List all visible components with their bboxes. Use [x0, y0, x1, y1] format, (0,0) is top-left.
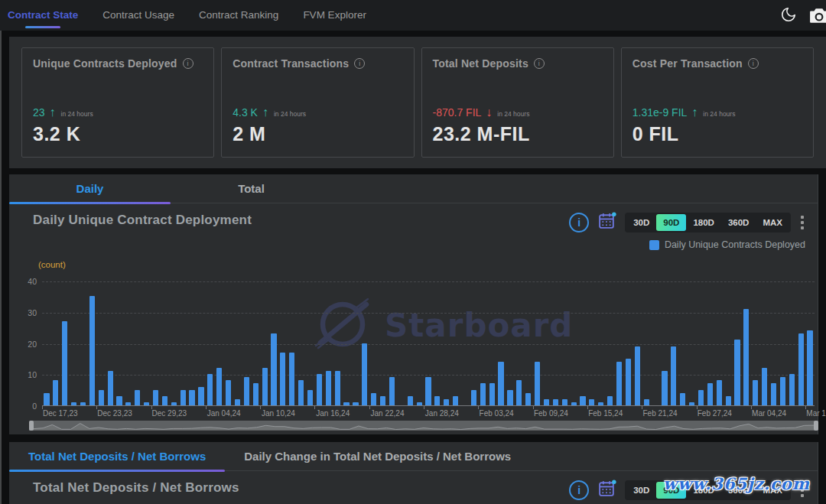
bar[interactable]	[525, 393, 531, 405]
bar[interactable]	[607, 396, 613, 405]
bar[interactable]	[444, 399, 449, 405]
bar[interactable]	[762, 368, 767, 405]
bar[interactable]	[616, 362, 622, 405]
tab-daily-change-net-deposits[interactable]: Daily Change in Total Net Deposits / Net…	[225, 442, 530, 470]
bar[interactable]	[71, 402, 76, 405]
bar[interactable]	[380, 396, 385, 405]
tab-total[interactable]: Total	[171, 174, 332, 203]
legend-item[interactable]: Daily Unique Contracts Deployed	[649, 239, 805, 250]
bar[interactable]	[89, 296, 95, 405]
info-icon[interactable]: i	[748, 58, 759, 69]
bar[interactable]	[807, 330, 812, 405]
bar[interactable]	[226, 380, 231, 405]
bar[interactable]	[789, 374, 795, 405]
bar[interactable]	[343, 402, 349, 405]
bar[interactable]	[689, 402, 694, 405]
bar[interactable]	[307, 390, 313, 405]
bar[interactable]	[135, 390, 140, 405]
bar[interactable]	[298, 380, 304, 405]
bar[interactable]	[362, 343, 367, 406]
bar[interactable]	[235, 399, 240, 405]
range-30d-button[interactable]: 30D	[626, 214, 656, 231]
bar[interactable]	[62, 321, 67, 405]
bar[interactable]	[717, 380, 722, 405]
range-90d-button[interactable]: 90D	[656, 214, 686, 231]
bar[interactable]	[553, 399, 558, 405]
bar[interactable]	[453, 396, 458, 405]
nav-item-fvm-explorer[interactable]: FVM Explorer	[303, 0, 366, 31]
bar[interactable]	[417, 402, 422, 405]
kebab-menu-icon[interactable]	[799, 214, 805, 231]
nav-item-contract-usage[interactable]: Contract Usage	[102, 0, 174, 31]
bar[interactable]	[116, 396, 122, 405]
bar[interactable]	[153, 390, 158, 405]
bar[interactable]	[780, 377, 785, 405]
bar[interactable]	[707, 383, 713, 405]
bar[interactable]	[734, 340, 740, 405]
bar[interactable]	[662, 371, 667, 405]
info-icon[interactable]: i	[534, 58, 545, 69]
datazoom-slider[interactable]	[29, 421, 818, 431]
calendar-icon[interactable]	[597, 479, 616, 501]
bar[interactable]	[244, 377, 249, 405]
bar[interactable]	[108, 371, 113, 405]
bar[interactable]	[635, 346, 640, 405]
bar[interactable]	[389, 377, 395, 405]
bar[interactable]	[280, 353, 285, 405]
bar[interactable]	[171, 402, 177, 405]
bar[interactable]	[44, 393, 49, 405]
bar[interactable]	[598, 402, 603, 405]
bar[interactable]	[162, 396, 167, 405]
bar[interactable]	[771, 383, 776, 405]
nav-item-contract-ranking[interactable]: Contract Ranking	[199, 0, 278, 31]
bar[interactable]	[353, 402, 358, 405]
bar[interactable]	[53, 380, 58, 405]
dark-mode-moon-icon[interactable]	[780, 6, 797, 26]
bar[interactable]	[516, 380, 522, 405]
info-icon[interactable]: i	[354, 58, 365, 69]
bar[interactable]	[626, 359, 631, 405]
bar[interactable]	[798, 333, 804, 405]
kebab-menu-icon[interactable]	[799, 482, 805, 499]
bar[interactable]	[580, 396, 585, 405]
bar[interactable]	[434, 396, 440, 405]
bar[interactable]	[317, 374, 322, 405]
range-360d-button[interactable]: 360D	[721, 482, 756, 499]
bar[interactable]	[80, 402, 86, 405]
bar[interactable]	[271, 333, 276, 405]
nav-item-contract-state[interactable]: Contract State	[8, 0, 78, 31]
tab-daily[interactable]: Daily	[9, 174, 171, 203]
tab-total-net-deposits[interactable]: Total Net Deposits / Net Borrows	[9, 442, 225, 470]
bar[interactable]	[144, 402, 149, 405]
bar[interactable]	[507, 390, 512, 405]
bar[interactable]	[489, 383, 495, 405]
bar[interactable]	[408, 396, 413, 405]
bar[interactable]	[125, 402, 131, 405]
bar[interactable]	[480, 383, 486, 405]
bar[interactable]	[371, 393, 376, 405]
bar[interactable]	[589, 399, 594, 405]
camera-icon[interactable]	[809, 7, 826, 27]
bar[interactable]	[562, 399, 567, 405]
range-180d-button[interactable]: 180D	[686, 214, 721, 231]
bar[interactable]	[198, 387, 203, 405]
range-30d-button[interactable]: 30D	[626, 482, 656, 499]
bar[interactable]	[726, 396, 731, 405]
bar[interactable]	[207, 374, 213, 405]
bar[interactable]	[99, 390, 104, 405]
info-icon[interactable]: i	[569, 480, 589, 500]
bar[interactable]	[471, 390, 476, 405]
bar[interactable]	[326, 371, 331, 405]
range-360d-button[interactable]: 360D	[721, 214, 756, 231]
bar[interactable]	[535, 362, 540, 405]
bar[interactable]	[253, 383, 259, 405]
bar[interactable]	[335, 371, 340, 405]
datazoom-left-handle[interactable]	[29, 421, 34, 431]
range-90d-button[interactable]: 90D	[656, 482, 686, 499]
range-max-button[interactable]: MAX	[756, 214, 789, 231]
info-icon[interactable]: i	[183, 58, 193, 69]
info-icon[interactable]: i	[569, 213, 589, 232]
bar[interactable]	[680, 393, 685, 405]
range-180d-button[interactable]: 180D	[686, 482, 721, 499]
bar[interactable]	[425, 377, 431, 405]
